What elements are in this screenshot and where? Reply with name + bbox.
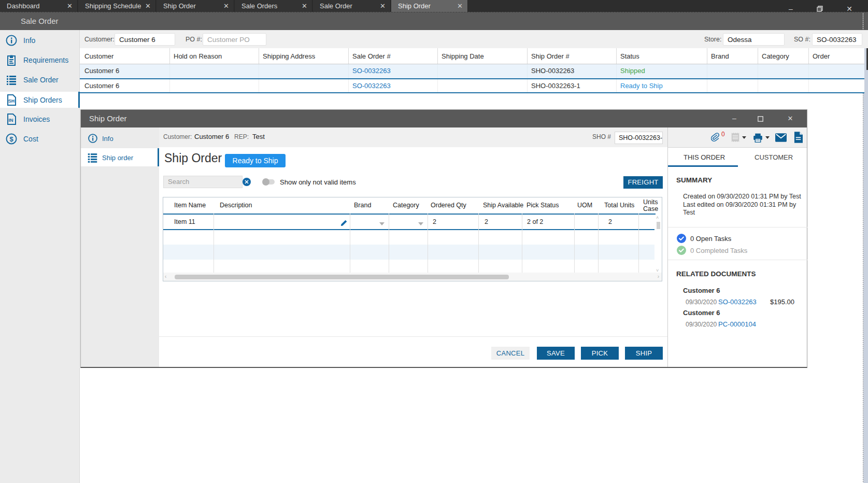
svg-text:SH: SH — [8, 98, 15, 104]
svg-text:$: $ — [9, 135, 13, 143]
svg-text:IN: IN — [9, 118, 13, 123]
